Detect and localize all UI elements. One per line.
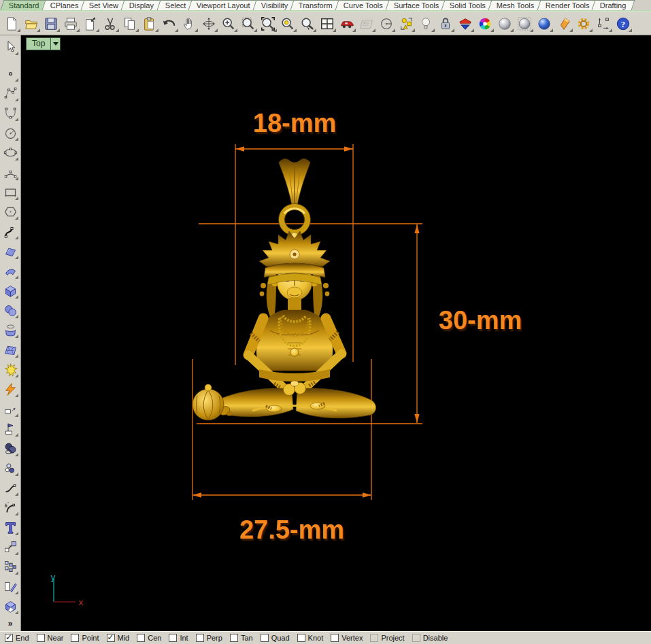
undo-view-button[interactable] <box>299 14 317 33</box>
tab-surface-tools[interactable]: Surface Tools <box>386 0 448 10</box>
chevron-down-icon[interactable] <box>50 38 60 50</box>
osnap-tan[interactable]: Tan <box>230 634 253 642</box>
export-page-button[interactable] <box>82 14 100 33</box>
tab-curve-tools[interactable]: Curve Tools <box>335 0 392 10</box>
dim-label-30mm[interactable]: 30-mm <box>439 306 522 335</box>
pendant-model[interactable] <box>193 159 376 420</box>
rectangle-button[interactable] <box>2 184 19 201</box>
zoom-selected-button[interactable] <box>279 14 297 33</box>
pan-view-button[interactable] <box>180 14 199 33</box>
tab-drafting[interactable]: Drafting <box>592 0 635 10</box>
sphere-group-button[interactable] <box>2 440 19 457</box>
osnap-checkbox[interactable] <box>196 634 204 642</box>
ellipse-button[interactable] <box>2 144 19 161</box>
osnap-checkbox[interactable]: ✓ <box>5 634 13 642</box>
boolean-spheres-button[interactable] <box>2 302 19 319</box>
selection-filter-button[interactable] <box>397 14 416 33</box>
osnap-point[interactable]: Point <box>71 634 99 642</box>
polygon-button[interactable] <box>2 203 19 220</box>
block-button[interactable] <box>2 420 19 437</box>
osnap-checkbox[interactable] <box>370 634 378 642</box>
viewport-title-button[interactable]: Top <box>26 37 61 50</box>
osnap-project[interactable]: Project <box>370 634 404 642</box>
spotlight-button[interactable] <box>555 14 573 33</box>
array-button[interactable] <box>2 558 19 575</box>
circle-button[interactable] <box>2 124 19 141</box>
box-button[interactable] <box>2 282 19 299</box>
viewport-top[interactable]: Top <box>20 35 651 631</box>
osnap-checkbox[interactable] <box>261 634 269 642</box>
osnap-checkbox[interactable] <box>297 634 305 642</box>
osnap-checkbox[interactable]: ✓ <box>107 634 115 642</box>
trim-split-button[interactable] <box>2 578 19 595</box>
osnap-checkbox[interactable] <box>412 634 420 642</box>
cage-edit-button[interactable] <box>2 598 19 615</box>
chamfer-button[interactable] <box>2 401 19 418</box>
save-button[interactable] <box>42 14 61 33</box>
osnap-checkbox[interactable] <box>137 634 145 642</box>
cut-button[interactable] <box>101 14 120 33</box>
tab-standard[interactable]: Standard <box>1 0 48 10</box>
copy-button[interactable] <box>121 14 139 33</box>
arc-button[interactable] <box>2 164 19 181</box>
tab-mesh-tools[interactable]: Mesh Tools <box>488 0 543 10</box>
point-button[interactable] <box>2 65 19 82</box>
tab-set-view[interactable]: Set View <box>81 0 127 10</box>
osnap-checkbox[interactable] <box>37 634 45 642</box>
curve-interpolate-button[interactable] <box>2 105 19 122</box>
render-button[interactable] <box>535 14 554 33</box>
cplane-circle-button[interactable] <box>378 14 396 33</box>
osnap-quad[interactable]: Quad <box>261 634 290 642</box>
control-point-curve-button[interactable] <box>2 85 19 102</box>
tab-solid-tools[interactable]: Solid Tools <box>441 0 495 10</box>
osnap-int[interactable]: Int <box>169 634 188 642</box>
dimension-button[interactable] <box>595 14 613 33</box>
revolve-button[interactable] <box>2 322 19 339</box>
surface-plane-button[interactable] <box>2 243 19 260</box>
osnap-mid[interactable]: ✓Mid <box>107 634 130 642</box>
dim-label-27-5mm[interactable]: 27.5-mm <box>239 515 344 544</box>
blend-curve-button[interactable] <box>2 479 19 496</box>
curve-handles-button[interactable] <box>2 223 19 240</box>
zoom-dynamic-button[interactable] <box>220 14 238 33</box>
osnap-cen[interactable]: Cen <box>137 634 161 642</box>
tab-viewport-layout[interactable]: Viewport Layout <box>188 0 259 10</box>
lamp-button[interactable] <box>417 14 435 33</box>
viewport-canvas[interactable]: 18-mm 30-mm 27.5-mm <box>21 35 651 631</box>
osnap-checkbox[interactable] <box>230 634 238 642</box>
osnap-near[interactable]: Near <box>37 634 64 642</box>
viewport-layout-button[interactable] <box>318 14 337 33</box>
osnap-checkbox[interactable] <box>71 634 79 642</box>
osnap-end[interactable]: ✓End <box>5 634 29 642</box>
select-button[interactable] <box>2 39 19 56</box>
color-wheel-button[interactable] <box>476 14 495 33</box>
dim-label-18mm[interactable]: 18-mm <box>253 109 337 137</box>
shaded-view-button[interactable] <box>496 14 514 33</box>
scale-button[interactable] <box>2 539 19 556</box>
mesh-surface-button[interactable] <box>2 341 19 358</box>
rotate-view-button[interactable] <box>200 14 218 33</box>
point-group-button[interactable] <box>2 460 19 477</box>
options-button[interactable] <box>575 14 593 33</box>
rendered-view-button[interactable] <box>516 14 534 33</box>
fillet-button[interactable] <box>2 381 19 398</box>
tab-display[interactable]: Display <box>121 0 163 10</box>
extend-curve-button[interactable] <box>2 499 19 516</box>
osnap-disable[interactable]: Disable <box>412 634 448 642</box>
tab-transform[interactable]: Transform <box>290 0 341 10</box>
cplane-plan-button[interactable] <box>358 14 376 33</box>
osnap-knot[interactable]: Knot <box>297 634 324 642</box>
named-view-button[interactable] <box>338 14 356 33</box>
zoom-extents-button[interactable] <box>259 14 278 33</box>
lock-button[interactable] <box>437 14 455 33</box>
side-toolbar-more[interactable]: » <box>8 619 13 628</box>
osnap-perp[interactable]: Perp <box>196 634 222 642</box>
open-file-button[interactable] <box>22 14 41 33</box>
osnap-checkbox[interactable] <box>331 634 339 642</box>
osnap-checkbox[interactable] <box>169 634 177 642</box>
print-button[interactable] <box>62 14 80 33</box>
text-button[interactable] <box>2 519 19 536</box>
new-document-button[interactable] <box>3 14 21 33</box>
help-button[interactable]: ? <box>614 14 633 33</box>
paste-button[interactable] <box>141 14 159 33</box>
